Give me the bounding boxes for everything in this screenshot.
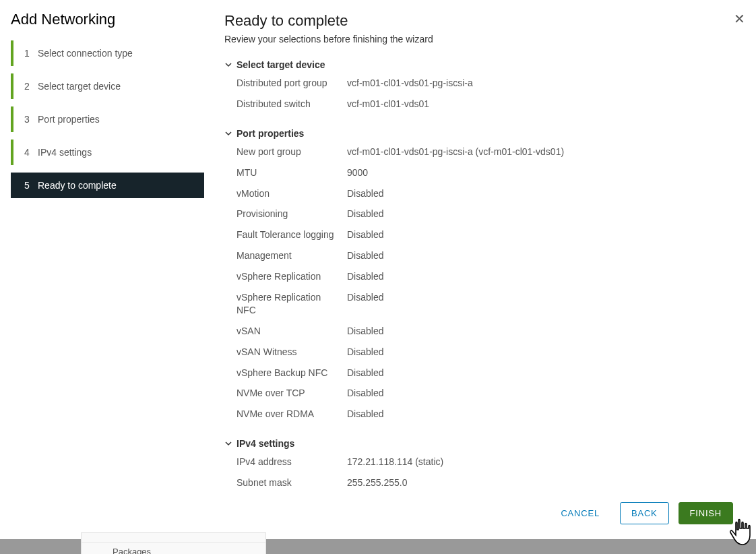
- summary-value: Disabled: [347, 387, 736, 400]
- summary-value: Disabled: [347, 408, 736, 421]
- summary-label: vSphere Replication: [237, 270, 347, 283]
- summary-label: Subnet mask: [237, 476, 347, 489]
- summary-label: Provisioning: [237, 208, 347, 220]
- summary-value: 255.255.255.0: [347, 476, 736, 489]
- section-header-label: IPv4 settings: [237, 438, 294, 449]
- section-header-ipv4-settings[interactable]: IPv4 settings: [224, 438, 736, 449]
- step-label: IPv4 settings: [38, 147, 204, 158]
- section-header-target-device[interactable]: Select target device: [224, 59, 736, 70]
- summary-value: Disabled: [347, 208, 736, 220]
- summary-label: vSphere Replication NFC: [237, 291, 347, 317]
- background-panel: Packages: [81, 532, 266, 554]
- summary-row: vSphere ReplicationDisabled: [237, 270, 736, 283]
- summary-label: vSAN Witness: [237, 346, 347, 359]
- step-number: 5: [24, 180, 38, 191]
- summary-value: Disabled: [347, 291, 736, 304]
- summary-row: Distributed port group vcf-m01-cl01-vds0…: [237, 77, 736, 90]
- summary-value: 172.21.118.114 (static): [347, 456, 736, 468]
- step-number: 4: [24, 147, 38, 158]
- step-label: Select connection type: [38, 48, 204, 59]
- step-ipv4-settings[interactable]: 4 IPv4 settings: [11, 140, 204, 165]
- summary-row: vSANDisabled: [237, 325, 736, 338]
- summary-value: 9000: [347, 166, 736, 179]
- summary-value: vcf-m01-cl01-vds01-pg-iscsi-a: [347, 77, 736, 90]
- page-subtitle: Review your selections before finishing …: [224, 34, 736, 44]
- summary-label: IPv4 address: [237, 456, 347, 468]
- summary-label: NVMe over RDMA: [237, 408, 347, 421]
- summary-value: Disabled: [347, 187, 736, 200]
- summary-value: Disabled: [347, 249, 736, 262]
- summary-label: New port group: [237, 146, 347, 158]
- background-panel-row: [82, 533, 265, 543]
- summary-label: NVMe over TCP: [237, 387, 347, 400]
- step-number: 2: [24, 81, 38, 92]
- summary-row: vSphere Backup NFCDisabled: [237, 367, 736, 379]
- summary-row: ProvisioningDisabled: [237, 208, 736, 220]
- summary-label: Fault Tolerance logging: [237, 228, 347, 241]
- section-header-label: Port properties: [237, 128, 304, 139]
- summary-row: Subnet mask255.255.255.0: [237, 476, 736, 489]
- wizard-title: Add Networking: [0, 0, 204, 40]
- wizard-footer: CANCEL BACK FINISH: [224, 490, 736, 539]
- section-header-port-properties[interactable]: Port properties: [224, 128, 736, 139]
- summary-label: Management: [237, 249, 347, 262]
- wizard-main: ✕ Ready to complete Review your selectio…: [204, 0, 756, 539]
- summary-value: Disabled: [347, 367, 736, 379]
- step-number: 1: [24, 48, 38, 59]
- step-label: Port properties: [38, 114, 204, 125]
- section-header-label: Select target device: [237, 59, 325, 70]
- chevron-down-icon: [224, 61, 232, 69]
- step-select-connection-type[interactable]: 1 Select connection type: [11, 40, 204, 66]
- summary-label: MTU: [237, 166, 347, 179]
- summary-row: New port groupvcf-m01-cl01-vds01-pg-iscs…: [237, 146, 736, 158]
- summary-sections: Select target device Distributed port gr…: [224, 59, 736, 490]
- cancel-button[interactable]: CANCEL: [550, 503, 610, 524]
- step-select-target-device[interactable]: 2 Select target device: [11, 73, 204, 99]
- summary-label: Distributed port group: [237, 77, 347, 90]
- wizard-steps: 1 Select connection type 2 Select target…: [0, 40, 204, 206]
- wizard-sidebar: Add Networking 1 Select connection type …: [0, 0, 204, 539]
- step-label: Ready to complete: [38, 180, 204, 191]
- summary-row: vMotionDisabled: [237, 187, 736, 200]
- summary-value: Disabled: [347, 346, 736, 359]
- step-port-properties[interactable]: 3 Port properties: [11, 106, 204, 132]
- summary-row: vSAN WitnessDisabled: [237, 346, 736, 359]
- summary-row: MTU9000: [237, 166, 736, 179]
- summary-value: Disabled: [347, 228, 736, 241]
- summary-value: vcf-m01-cl01-vds01-pg-iscsi-a (vcf-m01-c…: [347, 146, 736, 158]
- summary-row: Fault Tolerance loggingDisabled: [237, 228, 736, 241]
- chevron-down-icon: [224, 439, 232, 448]
- summary-row: IPv4 address172.21.118.114 (static): [237, 456, 736, 468]
- summary-label: vSAN: [237, 325, 347, 338]
- background-panel-label: Packages: [82, 543, 265, 554]
- wizard-dialog: Add Networking 1 Select connection type …: [0, 0, 756, 539]
- step-ready-to-complete[interactable]: 5 Ready to complete: [11, 173, 204, 198]
- step-number: 3: [24, 114, 38, 125]
- summary-value: vcf-m01-cl01-vds01: [347, 98, 736, 111]
- step-label: Select target device: [38, 81, 204, 92]
- summary-value: Disabled: [347, 325, 736, 338]
- summary-row: ManagementDisabled: [237, 249, 736, 262]
- finish-button[interactable]: FINISH: [679, 502, 733, 524]
- summary-row: NVMe over TCPDisabled: [237, 387, 736, 400]
- summary-row: NVMe over RDMADisabled: [237, 408, 736, 421]
- page-title: Ready to complete: [224, 12, 736, 30]
- summary-value: Disabled: [347, 270, 736, 283]
- summary-row: vSphere Replication NFCDisabled: [237, 291, 736, 317]
- close-icon[interactable]: ✕: [734, 12, 745, 26]
- chevron-down-icon: [224, 129, 232, 137]
- summary-label: vMotion: [237, 187, 347, 200]
- summary-label: Distributed switch: [237, 98, 347, 111]
- summary-label: vSphere Backup NFC: [237, 367, 347, 379]
- back-button[interactable]: BACK: [620, 502, 669, 524]
- summary-row: Distributed switch vcf-m01-cl01-vds01: [237, 98, 736, 111]
